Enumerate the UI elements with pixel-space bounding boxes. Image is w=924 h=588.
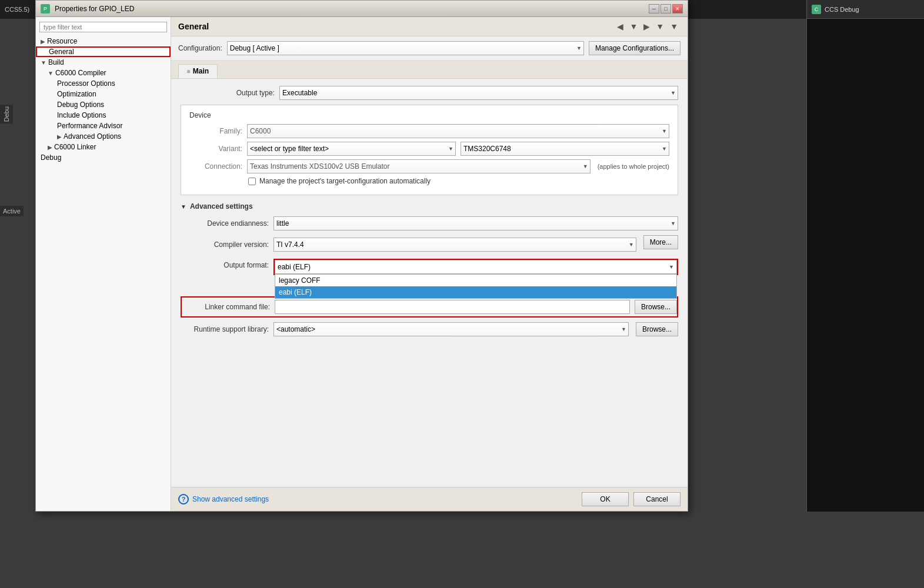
family-row: Family: C6000 ▼	[189, 124, 669, 138]
eabi-elf-label: eabi (ELF)	[279, 288, 312, 296]
compiler-version-wrapper: TI v7.4.4 ▼	[273, 238, 636, 252]
minimize-button[interactable]: ─	[649, 4, 659, 14]
filter-input[interactable]	[39, 22, 167, 32]
tree-label-debug-options: Debug Options	[57, 101, 104, 109]
right-panel-content	[807, 19, 924, 512]
adv-settings-title: Advanced settings	[190, 202, 253, 211]
tree-label-general: General	[49, 48, 74, 56]
properties-dialog: P Properties for GPIO_LED ─ □ ✕ ▶ Resour…	[35, 0, 688, 512]
left-panel: ▶ Resource General ▼ Build ▼ C6000 Compi…	[36, 17, 171, 511]
main-content: Output type: Executable ▼ Device Family:	[171, 79, 688, 487]
compiler-version-label: Compiler version:	[181, 240, 269, 249]
tab-main-label: Main	[193, 67, 209, 75]
show-advanced-link[interactable]: ? Show advanced settings	[178, 494, 269, 505]
advanced-settings-section: ▼ Advanced settings Device endianness: l…	[181, 202, 678, 336]
endianness-select[interactable]: little	[273, 216, 678, 230]
runtime-support-select[interactable]: <automatic>	[273, 322, 629, 336]
manage-target-label: Manage the project's target-configuratio…	[259, 177, 431, 185]
adv-settings-arrow: ▼	[181, 203, 186, 210]
linker-arrow: ▶	[48, 144, 52, 151]
tree-item-c6000-linker[interactable]: ▶ C6000 Linker	[36, 142, 171, 152]
manage-target-checkbox[interactable]	[248, 178, 256, 185]
tree-item-processor-options[interactable]: Processor Options	[36, 78, 171, 89]
more-button[interactable]: More...	[643, 235, 678, 249]
tree-item-c6000-compiler[interactable]: ▼ C6000 Compiler	[36, 68, 171, 78]
variant-value-select[interactable]: TMS320C6748	[461, 142, 669, 156]
family-select-wrapper: C6000 ▼	[247, 124, 669, 138]
tree-item-general[interactable]: General	[36, 46, 171, 57]
down-arrow-button[interactable]: ▼	[668, 21, 681, 32]
variant-label: Variant:	[189, 145, 242, 153]
tree-item-debug-options[interactable]: Debug Options	[36, 99, 171, 110]
back-button[interactable]: ◀	[615, 21, 626, 32]
tree-item-include-options[interactable]: Include Options	[36, 110, 171, 121]
right-panel-ccs-label: CCS Debug	[825, 6, 859, 13]
manage-configurations-button[interactable]: Manage Configurations...	[589, 41, 681, 55]
output-type-label: Output type:	[181, 89, 275, 97]
forward-dropdown-button[interactable]: ▼	[653, 21, 666, 32]
connection-label: Connection:	[189, 162, 242, 171]
build-arrow: ▼	[41, 59, 46, 66]
output-format-arrow: ▼	[669, 264, 674, 270]
tree-item-build[interactable]: ▼ Build	[36, 57, 171, 68]
configuration-label: Configuration:	[178, 44, 222, 52]
connection-select[interactable]: Texas Instruments XDS100v2 USB Emulator	[247, 159, 591, 173]
linker-cmd-input[interactable]	[275, 300, 630, 314]
linker-browse-button[interactable]: Browse...	[635, 300, 677, 314]
tree-label-processor: Processor Options	[57, 79, 115, 88]
tree-label-c6000: C6000 Compiler	[55, 69, 106, 77]
tree-label-optimization: Optimization	[57, 90, 96, 98]
maximize-button[interactable]: □	[661, 4, 671, 14]
linker-command-row: Linker command file: Browse...	[181, 296, 678, 318]
ide-label: CCS5.5)	[5, 6, 29, 13]
tree-label-include-options: Include Options	[57, 111, 106, 119]
tree-item-resource[interactable]: ▶ Resource	[36, 36, 171, 46]
output-format-option-eabi[interactable]: eabi (ELF)	[275, 286, 676, 298]
output-type-select[interactable]: Executable	[279, 86, 678, 100]
output-format-option-legacy[interactable]: legacy COFF	[275, 275, 676, 286]
output-format-dropdown-trigger[interactable]: eabi (ELF) ▼	[275, 260, 677, 274]
title-bar: P Properties for GPIO_LED ─ □ ✕	[36, 1, 688, 17]
tree-item-advanced-options[interactable]: ▶ Advanced Options	[36, 131, 171, 142]
tree-label-linker: C6000 Linker	[54, 143, 96, 151]
connection-row: Connection: Texas Instruments XDS100v2 U…	[189, 159, 669, 173]
advanced-settings-header[interactable]: ▼ Advanced settings	[181, 202, 678, 211]
tree-label-debug: Debug	[41, 153, 61, 162]
right-panel: General ◀ ▼ ▶ ▼ ▼ Configuration: Debug [	[171, 17, 688, 511]
active-side-label: Active	[0, 206, 24, 216]
runtime-support-label: Runtime support library:	[181, 325, 269, 333]
ccs-icon: C	[812, 5, 821, 14]
family-select[interactable]: C6000	[247, 124, 669, 138]
variant-row: Variant: <select or type filter text> ▼ …	[189, 142, 669, 156]
ok-button[interactable]: OK	[582, 492, 629, 506]
configuration-select[interactable]: Debug [ Active ]	[227, 41, 584, 55]
legacy-coff-label: legacy COFF	[279, 276, 321, 285]
tree-item-debug[interactable]: Debug	[36, 152, 171, 163]
c6000-arrow: ▼	[48, 70, 54, 76]
nav-dropdown-button[interactable]: ▼	[627, 21, 640, 32]
compiler-version-select[interactable]: TI v7.4.4	[273, 238, 636, 252]
tree-item-optimization[interactable]: Optimization	[36, 89, 171, 99]
connection-select-wrapper: Texas Instruments XDS100v2 USB Emulator …	[247, 159, 591, 173]
runtime-support-wrapper: <automatic> ▼	[273, 322, 629, 336]
forward-button[interactable]: ▶	[641, 21, 652, 32]
dialog-body: ▶ Resource General ▼ Build ▼ C6000 Compi…	[36, 17, 688, 511]
tree-label-performance: Performance Advisor	[57, 122, 122, 130]
nav-buttons: ◀ ▼ ▶ ▼ ▼	[615, 21, 681, 32]
device-section-title: Device	[189, 111, 669, 119]
configuration-select-wrapper: Debug [ Active ] ▼	[227, 41, 584, 55]
configuration-row: Configuration: Debug [ Active ] ▼ Manage…	[171, 36, 688, 61]
dialog-footer: ? Show advanced settings OK Cancel	[171, 487, 688, 511]
variant-filter-select[interactable]: <select or type filter text>	[247, 142, 456, 156]
runtime-browse-button[interactable]: Browse...	[636, 322, 678, 336]
runtime-support-row: Runtime support library: <automatic> ▼ B…	[181, 322, 678, 336]
debug-side-label: Debu	[0, 105, 13, 123]
tab-main[interactable]: ≡ Main	[178, 64, 218, 78]
close-button[interactable]: ✕	[672, 4, 683, 14]
dialog-icon: P	[41, 4, 50, 14]
resource-arrow: ▶	[41, 38, 45, 45]
tree-item-performance-advisor[interactable]: Performance Advisor	[36, 121, 171, 131]
cancel-button[interactable]: Cancel	[633, 492, 681, 506]
output-format-label: Output format:	[181, 259, 269, 269]
tabs-row: ≡ Main	[171, 61, 688, 79]
